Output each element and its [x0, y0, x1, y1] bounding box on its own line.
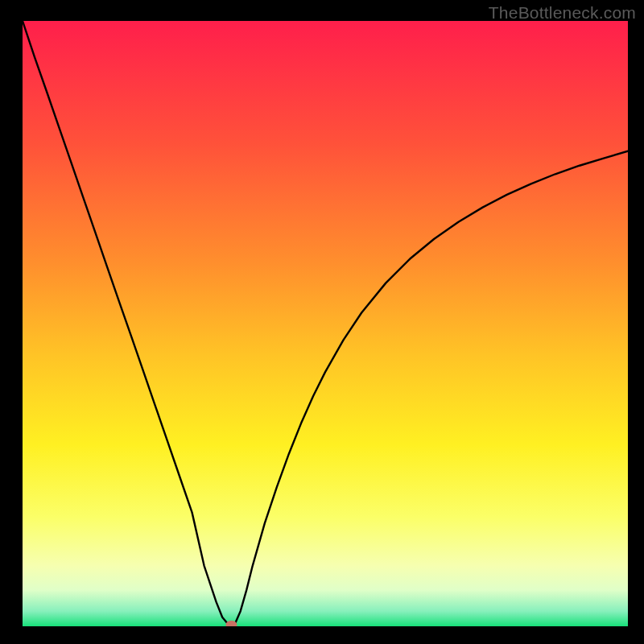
watermark-text: TheBottleneck.com	[489, 3, 636, 23]
bottleneck-chart	[23, 21, 628, 626]
plot-area	[23, 21, 628, 626]
gradient-background	[23, 21, 628, 626]
chart-frame: TheBottleneck.com	[0, 0, 644, 644]
